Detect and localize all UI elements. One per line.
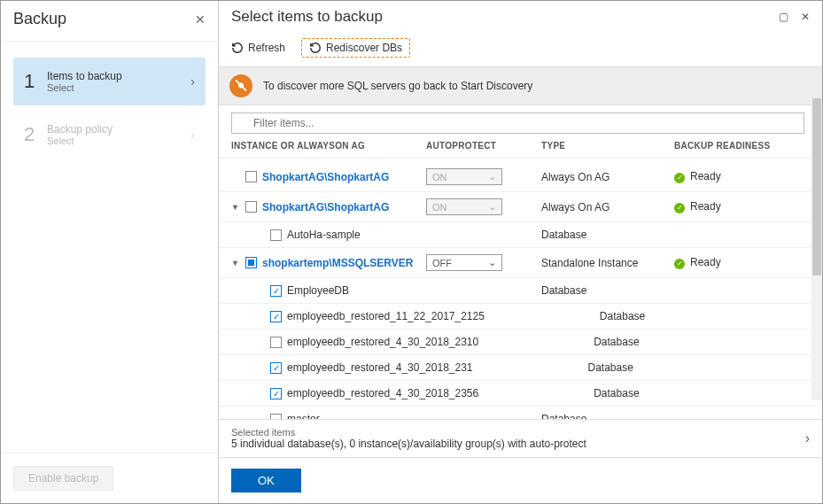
readiness-cell: ✓Ready (674, 170, 804, 183)
maximize-icon[interactable]: ▢ (779, 11, 788, 23)
table-row[interactable]: ShopkartAG\ShopkartAGON⌄Always On AG✓Rea… (219, 162, 817, 192)
left-panel-title: Backup (13, 10, 66, 28)
table-header: INSTANCE OR ALWAYSON AG AUTOPROTECT TYPE… (219, 134, 822, 159)
chevron-right-icon: › (805, 430, 810, 446)
rediscover-label: Rediscover DBs (326, 42, 402, 54)
window-controls: ▢ ✕ (779, 11, 810, 23)
success-icon: ✓ (674, 203, 685, 213)
close-icon[interactable]: ✕ (195, 12, 206, 27)
chevron-down-icon: ⌄ (488, 201, 496, 213)
step-text: Backup policy Select (47, 123, 190, 146)
table-row[interactable]: ✓employeedb_restored_4_30_2018_2356Datab… (219, 381, 817, 407)
table-row[interactable]: ▼ShopkartAG\ShopkartAGON⌄Always On AG✓Re… (219, 192, 817, 222)
table-row[interactable]: ✓employeedb_restored_4_30_2018_231Databa… (219, 355, 817, 381)
checkbox[interactable]: ✓ (270, 362, 282, 374)
scrollbar-track[interactable] (811, 98, 822, 400)
chevron-right-icon: › (190, 128, 195, 142)
wizard-steps: 1 Items to backup Select › 2 Backup poli… (1, 42, 218, 453)
type-cell: Always On AG (541, 171, 674, 183)
step-text: Items to backup Select (47, 70, 190, 93)
checkbox[interactable] (270, 229, 282, 241)
column-type[interactable]: TYPE (541, 141, 674, 151)
footer: OK (219, 458, 822, 503)
discovery-text: To discover more SQL servers go back to … (263, 80, 532, 92)
autoprotect-select: ON⌄ (426, 198, 502, 215)
item-name: employeedb_restored_11_22_2017_2125 (287, 310, 485, 322)
selected-items-bar[interactable]: Selected items 5 individual database(s),… (219, 419, 822, 458)
table-row[interactable]: AutoHa-sampleDatabase (219, 222, 817, 248)
page-title: Select items to backup (231, 8, 383, 26)
selected-summary: 5 individual database(s), 0 instance(s)/… (231, 438, 586, 450)
table-body[interactable]: ShopkartAG\ShopkartAGON⌄Always On AG✓Rea… (219, 162, 817, 419)
checkbox[interactable]: ✓ (270, 311, 282, 322)
table-row[interactable]: masterDatabase (219, 407, 817, 419)
column-readiness[interactable]: BACKUP READINESS (674, 141, 810, 151)
type-cell: Database (600, 310, 733, 322)
filter-row: ⌕ (219, 105, 822, 134)
discovery-banner: To discover more SQL servers go back to … (219, 66, 822, 105)
type-cell: Database (594, 336, 726, 348)
close-icon[interactable]: ✕ (801, 11, 810, 23)
step-sub: Select (47, 82, 190, 93)
selected-text: Selected items 5 individual database(s),… (231, 427, 586, 450)
type-cell: Always On AG (541, 201, 674, 213)
autoprotect-select: ON⌄ (426, 168, 502, 185)
checkbox[interactable] (245, 171, 257, 182)
left-footer: Enable backup (1, 453, 218, 503)
success-icon: ✓ (674, 259, 685, 269)
right-header: Select items to backup ▢ ✕ (219, 1, 822, 35)
item-name: master (287, 413, 320, 419)
type-cell: Standalone Instance (541, 257, 674, 269)
chevron-right-icon: › (190, 74, 195, 89)
autoprotect-select[interactable]: OFF⌄ (426, 254, 502, 271)
type-cell: Database (541, 284, 674, 297)
checkbox[interactable] (245, 201, 257, 213)
checkbox[interactable] (270, 337, 282, 348)
item-name: AutoHa-sample (287, 229, 361, 241)
step-backup-policy[interactable]: 2 Backup policy Select › (13, 111, 206, 159)
left-header: Backup ✕ (1, 1, 218, 42)
rediscover-dbs-button[interactable]: Rediscover DBs (301, 38, 410, 58)
table-row[interactable]: ✓EmployeeDBDatabase (219, 278, 817, 304)
column-autoprotect[interactable]: AUTOPROTECT (426, 141, 541, 151)
refresh-label: Refresh (248, 42, 285, 54)
type-cell: Database (541, 229, 674, 241)
table-row[interactable]: ✓employeedb_restored_11_22_2017_2125Data… (219, 304, 817, 330)
table-row[interactable]: employeedb_restored_4_30_2018_2310Databa… (219, 330, 817, 355)
refresh-icon (309, 42, 322, 54)
readiness-cell: ✓Ready (674, 200, 804, 213)
toolbar: Refresh Rediscover DBs (219, 35, 822, 66)
item-name[interactable]: shopkartemp\MSSQLSERVER (262, 257, 413, 269)
checkbox[interactable] (245, 257, 257, 268)
item-name[interactable]: ShopkartAG\ShopkartAG (262, 171, 389, 183)
expand-caret-icon[interactable]: ▼ (231, 259, 240, 268)
type-cell: Database (588, 361, 721, 374)
enable-backup-button[interactable]: Enable backup (13, 466, 113, 491)
readiness-cell: ✓Ready (674, 256, 804, 269)
step-sub: Select (47, 136, 190, 146)
step-number: 2 (24, 123, 47, 146)
item-name[interactable]: ShopkartAG\ShopkartAG (262, 201, 389, 213)
step-number: 1 (24, 70, 47, 93)
column-instance[interactable]: INSTANCE OR ALWAYSON AG (231, 141, 426, 151)
filter-input[interactable] (231, 112, 804, 134)
refresh-button[interactable]: Refresh (231, 42, 285, 54)
tools-icon (229, 74, 252, 97)
item-name: employeedb_restored_4_30_2018_2356 (287, 387, 478, 399)
ok-button[interactable]: OK (231, 469, 301, 492)
chevron-down-icon: ⌄ (488, 171, 496, 182)
checkbox[interactable]: ✓ (270, 285, 282, 297)
scrollbar-thumb[interactable] (812, 98, 821, 275)
expand-caret-icon[interactable]: ▼ (231, 203, 240, 212)
item-name: employeedb_restored_4_30_2018_2310 (287, 336, 478, 348)
left-panel: Backup ✕ 1 Items to backup Select › 2 Ba… (1, 1, 219, 503)
success-icon: ✓ (674, 173, 685, 183)
right-panel: Select items to backup ▢ ✕ Refresh Redis… (219, 1, 822, 503)
step-label: Backup policy (47, 123, 190, 136)
step-items-to-backup[interactable]: 1 Items to backup Select › (13, 58, 206, 105)
table-row[interactable]: ▼shopkartemp\MSSQLSERVEROFF⌄Standalone I… (219, 248, 817, 278)
checkbox[interactable]: ✓ (270, 388, 282, 399)
checkbox[interactable] (270, 414, 282, 420)
refresh-icon (231, 42, 244, 54)
app-window: Backup ✕ 1 Items to backup Select › 2 Ba… (0, 0, 823, 504)
